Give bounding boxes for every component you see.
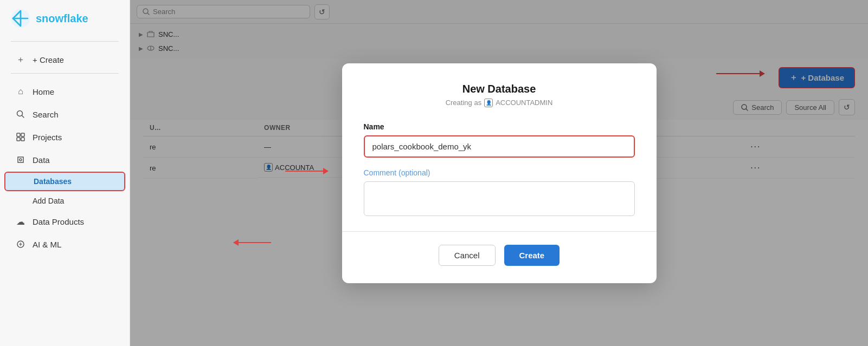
cancel-button[interactable]: Cancel — [439, 245, 496, 266]
dialog-overlay: New Database Creating as 👤 ACCOUNTADMIN … — [130, 0, 868, 346]
search-nav-icon — [15, 109, 26, 120]
sidebar-item-ai-ml[interactable]: AI & ML — [4, 233, 125, 255]
sidebar-item-data-products[interactable]: ☁ Data Products — [4, 211, 125, 232]
sidebar: snowflake ＋ + Create ⌂ Home Search Proje… — [0, 0, 130, 346]
sidebar-item-create[interactable]: ＋ + Create — [4, 49, 125, 70]
arrow-to-input — [285, 168, 329, 174]
dialog-role: ACCOUNTADMIN — [496, 99, 552, 107]
logo-text: snowflake — [36, 12, 88, 25]
svg-rect-9 — [17, 138, 20, 141]
dialog-subtitle: Creating as 👤 ACCOUNTADMIN — [364, 99, 635, 107]
svg-rect-7 — [17, 133, 20, 136]
projects-icon — [15, 132, 26, 142]
dialog-comment-label: Comment (optional) — [364, 168, 635, 177]
dialog-comment-input[interactable] — [364, 181, 635, 216]
main-area: Search ↺ ▶ SNC... ▶ SNC... Databases — [130, 0, 868, 346]
sidebar-item-label: Home — [33, 87, 54, 96]
home-icon: ⌂ — [15, 86, 26, 97]
create-button[interactable]: Create — [504, 245, 560, 266]
dialog-footer: Cancel Create — [364, 245, 635, 266]
sidebar-item-add-data[interactable]: Add Data — [4, 192, 125, 210]
optional-text: (optional) — [398, 168, 430, 177]
sidebar-projects-label: Projects — [33, 133, 62, 142]
data-icon — [15, 154, 26, 165]
dialog-title: New Database — [364, 83, 635, 95]
add-data-label: Add Data — [33, 197, 64, 205]
dialog-creating-as: Creating as — [446, 99, 481, 107]
databases-label: Databases — [34, 177, 72, 186]
account-icon: 👤 — [484, 99, 493, 107]
svg-rect-2 — [13, 18, 29, 19]
dialog-divider — [342, 231, 657, 232]
sidebar-data-label: Data — [33, 155, 50, 165]
sidebar-item-projects[interactable]: Projects — [4, 126, 125, 148]
dialog-name-label: Name — [364, 122, 635, 131]
svg-rect-8 — [21, 133, 24, 136]
create-label: + Create — [33, 55, 64, 64]
svg-line-6 — [22, 116, 24, 118]
dialog-name-input[interactable] — [364, 135, 635, 158]
dialog: New Database Creating as 👤 ACCOUNTADMIN … — [342, 63, 657, 283]
sidebar-item-search[interactable]: Search — [4, 103, 125, 125]
sidebar-search-label: Search — [33, 110, 59, 119]
sidebar-ai-label: AI & ML — [33, 240, 61, 249]
sidebar-logo: snowflake — [0, 9, 130, 39]
sidebar-nav-divider — [11, 73, 119, 74]
ai-icon — [15, 239, 26, 250]
snowflake-icon — [11, 9, 30, 28]
sidebar-item-data[interactable]: Data — [4, 149, 125, 171]
svg-rect-10 — [21, 138, 24, 141]
plus-icon: ＋ — [15, 54, 26, 65]
arrow-to-databases — [233, 239, 271, 246]
svg-point-11 — [20, 159, 22, 161]
sidebar-divider — [11, 41, 119, 42]
data-products-icon: ☁ — [15, 216, 26, 227]
sidebar-item-home[interactable]: ⌂ Home — [4, 81, 125, 102]
sidebar-data-products-label: Data Products — [33, 217, 84, 226]
sidebar-item-databases[interactable]: Databases — [4, 172, 125, 191]
